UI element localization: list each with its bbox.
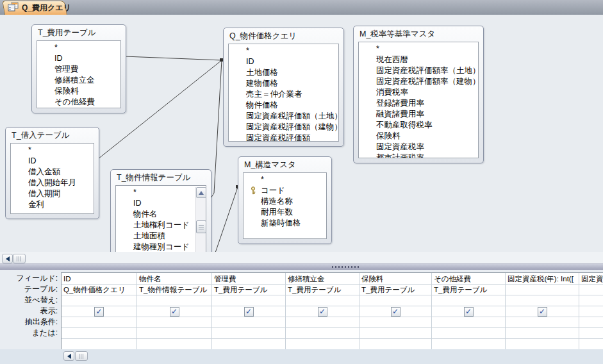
sort-cell[interactable] xyxy=(212,295,286,306)
table-cell[interactable]: T_費用テーブル xyxy=(212,285,286,295)
field-item[interactable]: 土地価格 xyxy=(229,67,338,78)
show-cell[interactable] xyxy=(579,306,603,317)
criteria-cell[interactable] xyxy=(212,317,286,328)
scrollbar-thumb[interactable] xyxy=(75,351,88,361)
scroll-left-button[interactable] xyxy=(2,254,13,263)
empty-cell[interactable] xyxy=(62,339,137,349)
field-item[interactable]: 借入金額 xyxy=(11,167,94,178)
table-box-t-bukken-jouhou[interactable]: T_物件情報テーブル *ID物件名土地権利コード土地面積建物種別コード構造コード xyxy=(110,169,211,252)
empty-cell[interactable] xyxy=(579,339,603,349)
grid-hscrollbar[interactable] xyxy=(0,349,603,364)
show-checkbox[interactable]: ✓ xyxy=(94,307,104,317)
show-cell[interactable]: ✓ xyxy=(432,306,506,317)
field-item[interactable]: 管理費 xyxy=(37,64,120,75)
sort-cell[interactable] xyxy=(506,295,579,306)
field-item[interactable]: 消費税率 xyxy=(359,87,478,98)
field-cell[interactable]: ID xyxy=(62,273,137,285)
field-item[interactable]: ID xyxy=(37,53,120,64)
show-checkbox[interactable]: ✓ xyxy=(538,307,547,317)
field-item-all[interactable]: * xyxy=(244,174,326,185)
empty-cell[interactable] xyxy=(212,339,286,349)
field-item[interactable]: 建物種別コード xyxy=(116,242,206,252)
show-cell[interactable]: ✓ xyxy=(212,306,286,317)
table-cell[interactable]: Q_物件価格クエリ xyxy=(62,285,137,295)
field-item[interactable]: 固定資産税評価額率（土地） xyxy=(359,65,478,76)
table-cell[interactable] xyxy=(506,285,579,295)
show-checkbox[interactable]: ✓ xyxy=(244,307,254,317)
show-cell[interactable]: ✓ xyxy=(286,306,359,317)
table-box-m-zeiritsu[interactable]: M_税率等基準マスタ *現在西暦固定資産税評価額率（土地）固定資産税評価額率（建… xyxy=(353,26,484,163)
or-cell[interactable] xyxy=(432,328,506,339)
field-item[interactable]: 固定資産税評価額（建物） xyxy=(229,122,338,133)
sort-cell[interactable] xyxy=(137,295,212,306)
field-cell[interactable]: 保険料 xyxy=(359,273,432,285)
field-item[interactable]: 固定資産税評価額 xyxy=(229,133,338,142)
empty-cell[interactable] xyxy=(506,339,579,349)
empty-cell[interactable] xyxy=(137,339,212,349)
field-item[interactable]: コード xyxy=(244,185,326,196)
field-item[interactable]: 借入期間 xyxy=(11,188,94,199)
criteria-cell[interactable] xyxy=(286,317,359,328)
table-box-m-kouzou[interactable]: M_構造マスタ *コード構造名称耐用年数新築時価格 xyxy=(238,156,332,244)
criteria-cell[interactable] xyxy=(579,317,603,328)
criteria-cell[interactable] xyxy=(137,317,212,328)
criteria-cell[interactable] xyxy=(359,317,432,328)
criteria-cell[interactable] xyxy=(506,317,579,328)
show-cell[interactable]: ✓ xyxy=(137,306,212,317)
show-checkbox[interactable]: ✓ xyxy=(318,307,327,317)
table-cell[interactable]: T_物件情報テーブル xyxy=(137,285,212,295)
field-item[interactable]: 物件名 xyxy=(116,209,206,220)
field-item-all[interactable]: * xyxy=(37,42,120,53)
or-cell[interactable] xyxy=(62,328,137,339)
tab-query[interactable]: Q_費用クエリ xyxy=(4,1,71,15)
field-item[interactable]: 登録諸費用率 xyxy=(359,98,478,109)
field-item[interactable]: 融資諸費用率 xyxy=(359,109,478,120)
field-cell[interactable]: 修繕積立金 xyxy=(286,273,359,285)
field-item[interactable]: 借入開始年月 xyxy=(11,178,94,188)
field-cell[interactable]: 固定資産税(年): Int([ xyxy=(506,273,579,285)
or-cell[interactable] xyxy=(579,328,603,339)
table-cell[interactable]: T_費用テーブル xyxy=(359,285,432,295)
field-item-all[interactable]: * xyxy=(11,145,94,156)
field-item-all[interactable]: * xyxy=(116,187,206,198)
field-item[interactable]: 土地権利コード xyxy=(116,220,206,231)
sort-cell[interactable] xyxy=(359,295,432,306)
field-item[interactable]: 固定資産税率 xyxy=(359,142,478,153)
sort-cell[interactable] xyxy=(579,295,603,306)
scroll-left-button[interactable] xyxy=(63,351,74,361)
field-cell[interactable]: 管理費 xyxy=(212,273,286,285)
or-cell[interactable] xyxy=(137,328,212,339)
field-cell[interactable]: 物件名 xyxy=(137,273,212,285)
table-box-t-hiyou[interactable]: T_費用テーブル *ID管理費修繕積立金保険料その他経費 xyxy=(31,24,126,113)
or-cell[interactable] xyxy=(506,328,579,339)
show-checkbox[interactable]: ✓ xyxy=(391,307,401,317)
field-item[interactable]: 不動産取得税率 xyxy=(359,120,478,131)
table-box-t-kariire[interactable]: T_借入テーブル *ID借入金額借入開始年月借入期間金利 xyxy=(5,127,99,219)
field-item[interactable]: 現在西暦 xyxy=(359,54,478,65)
or-cell[interactable] xyxy=(212,328,286,339)
sort-cell[interactable] xyxy=(432,295,506,306)
field-item[interactable]: 固定資産税評価額（土地） xyxy=(229,111,338,122)
field-item[interactable]: ID xyxy=(11,156,94,167)
field-item-all[interactable]: * xyxy=(359,44,478,54)
field-item[interactable]: 売主＝仲介業者 xyxy=(229,89,338,100)
table-cell[interactable]: T_費用テーブル xyxy=(432,285,506,295)
field-item[interactable]: 物件価格 xyxy=(229,100,338,111)
field-item[interactable]: 建物価格 xyxy=(229,78,338,89)
field-item[interactable]: 金利 xyxy=(11,199,94,210)
field-item[interactable]: 新築時価格 xyxy=(244,218,326,229)
sort-cell[interactable] xyxy=(62,295,137,306)
field-item[interactable]: 修繕積立金 xyxy=(37,75,120,86)
field-item[interactable]: ID xyxy=(229,56,338,67)
scrollbar-thumb[interactable] xyxy=(13,254,26,263)
field-item[interactable]: ID xyxy=(116,198,206,209)
show-cell[interactable]: ✓ xyxy=(62,306,137,317)
field-item[interactable]: 都市計画税率 xyxy=(359,153,478,158)
show-checkbox[interactable]: ✓ xyxy=(170,307,179,317)
field-item[interactable]: 保険料 xyxy=(37,86,120,97)
show-cell[interactable]: ✓ xyxy=(359,306,432,317)
field-item[interactable]: 土地面積 xyxy=(116,231,206,242)
field-cell[interactable]: その他経費 xyxy=(432,273,506,285)
field-item[interactable]: 耐用年数 xyxy=(244,207,326,218)
criteria-cell[interactable] xyxy=(62,317,137,328)
